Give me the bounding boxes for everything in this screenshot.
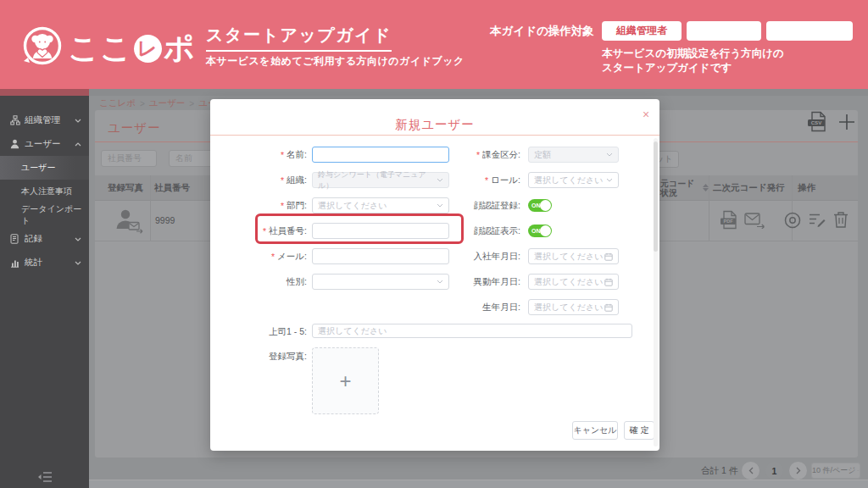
user-avatar-icon <box>114 208 143 234</box>
face-register-toggle[interactable]: ON <box>528 199 552 212</box>
modal-title: 新規ユーザー <box>210 117 659 133</box>
transfer-date-label: 異動年月日: <box>424 274 520 290</box>
toggle-knob <box>540 200 551 211</box>
photo-upload-box[interactable]: + <box>312 347 379 414</box>
annotation-highlight-box <box>255 214 464 244</box>
sidebar-subitem-data-import[interactable]: データインポート <box>0 203 89 227</box>
breadcrumb-item[interactable]: ここレポ <box>99 97 136 109</box>
chevron-down-icon <box>75 119 81 123</box>
send-mail-icon[interactable] <box>744 213 765 229</box>
birth-date-picker[interactable]: 選択してください <box>528 299 619 315</box>
audience-badge-org-admin: 組織管理者 <box>602 21 682 41</box>
csv-export-icon[interactable]: CSV <box>806 111 829 132</box>
face-register-label: 顔認証登録: <box>424 197 520 214</box>
cell-employee-no: 9999 <box>155 215 175 225</box>
confirm-button[interactable]: 確 定 <box>624 421 654 440</box>
page-size-select[interactable]: 10 件/ページ <box>811 463 860 479</box>
footer-bar <box>89 480 868 488</box>
sidebar-collapse-icon[interactable] <box>37 471 53 486</box>
name-label: *名前: <box>210 147 307 163</box>
calendar-icon <box>604 303 613 312</box>
guide-description-line2: スタートアップガイドです <box>602 61 732 75</box>
billing-label: *課金区分: <box>424 147 520 163</box>
chevron-down-icon <box>75 261 81 265</box>
pagination-next-button[interactable] <box>789 462 807 480</box>
email-label: *メール: <box>210 248 307 264</box>
close-icon[interactable]: × <box>643 108 649 121</box>
guide-description-line1: 本サービスの初期設定を行う方向けの <box>602 47 784 61</box>
bar-chart-icon <box>10 258 19 268</box>
gender-label: 性別: <box>210 274 307 290</box>
calendar-icon <box>604 278 613 286</box>
chevron-up-icon <box>75 142 81 147</box>
sort-caret-icon[interactable] <box>703 184 709 191</box>
calendar-icon <box>604 252 613 261</box>
guide-banner: ここレポ スタートアップガイド 本サービスを始めてご利用する方向けのガイドブック… <box>0 0 868 89</box>
transfer-date-picker[interactable]: 選択してください <box>528 274 619 290</box>
sidebar-subitem-user-active[interactable]: ユーザー <box>0 156 89 180</box>
logo-part1: ここ <box>68 28 132 69</box>
sidebar-item-user[interactable]: ユーザー <box>0 132 89 156</box>
birth-date-label: 生年月日: <box>424 299 520 315</box>
audience-badge-2 <box>687 21 761 41</box>
page-title: ユーザー <box>108 120 161 136</box>
app-header-brand-strip <box>0 89 89 96</box>
sidebar: 組織管理 ユーザー ユーザー 本人注意事項 データインポート 記録 <box>0 96 89 488</box>
modal-scrollbar-thumb[interactable] <box>654 141 658 252</box>
app-header-strip <box>89 89 868 96</box>
cancel-button[interactable]: キャンセル <box>572 421 618 440</box>
photo-label: 登録写真: <box>210 348 307 364</box>
role-label: *ロール: <box>424 172 520 188</box>
screen: ここレポ スタートアップガイド 本サービスを始めてご利用する方向けのガイドブック… <box>0 0 868 488</box>
sidebar-item-statistics[interactable]: 統計 <box>0 251 89 274</box>
hire-date-picker[interactable]: 選択してください <box>528 248 619 264</box>
add-user-icon[interactable] <box>838 114 855 130</box>
audience-label: 本ガイドの操作対象 <box>490 24 594 39</box>
pdf-download-icon[interactable]: PDF <box>719 210 739 230</box>
pagination-current-page[interactable]: 1 <box>765 462 783 480</box>
billing-select: 定額 <box>528 147 619 163</box>
boss-label: 上司1 - 5: <box>210 324 307 340</box>
sidebar-item-org-management[interactable]: 組織管理 <box>0 108 89 132</box>
column-header-actions: 操作 <box>798 175 815 201</box>
org-label: *組織: <box>210 172 307 188</box>
delete-icon[interactable] <box>833 211 849 228</box>
column-header-employee-no: 社員番号 <box>154 175 190 201</box>
view-icon[interactable] <box>783 211 802 230</box>
face-display-toggle[interactable]: ON <box>528 225 552 237</box>
document-icon <box>10 234 19 244</box>
guide-title: スタートアップガイド <box>206 24 392 52</box>
logo-accent-disc: レ <box>134 35 162 63</box>
edit-icon[interactable] <box>809 213 826 227</box>
column-header-qr-status: 元コード 状況 <box>660 179 694 197</box>
pagination-prev-button[interactable] <box>742 462 760 480</box>
chevron-down-icon <box>75 237 81 241</box>
sidebar-subitem-personal-notes[interactable]: 本人注意事項 <box>0 180 89 203</box>
breadcrumb-item[interactable]: ユーザー <box>149 97 186 109</box>
kokorepo-mascot-logo-icon <box>21 24 64 68</box>
org-icon <box>10 115 20 125</box>
logo-part2: ポ <box>164 28 196 69</box>
audience-badge-3 <box>766 21 853 41</box>
dept-label: *部門: <box>210 197 307 214</box>
svg-text:CSV: CSV <box>811 119 823 125</box>
pagination-total: 合計 1 件 <box>701 465 737 477</box>
column-header-qr-issue: 二次元コード発行 <box>713 175 785 201</box>
boss-select[interactable]: 選択してください <box>312 324 632 338</box>
role-select[interactable]: 選択してください <box>528 172 619 188</box>
toggle-knob <box>540 225 551 236</box>
search-employee-no-input[interactable]: 社員番号 <box>101 150 157 167</box>
hire-date-label: 入社年月日: <box>424 248 520 264</box>
column-header-photo: 登録写真 <box>108 175 143 201</box>
app-logo-text: ここレポ <box>68 28 196 69</box>
guide-subtitle: 本サービスを始めてご利用する方向けのガイドブック <box>206 54 465 69</box>
user-icon <box>10 139 19 149</box>
new-user-modal: 新規ユーザー × *名前: *課金区分: 定額 *組織: 鈴与シンワート（電子マ… <box>210 99 659 451</box>
upload-plus-icon: + <box>339 369 351 393</box>
sidebar-item-records[interactable]: 記録 <box>0 227 89 251</box>
svg-text:PDF: PDF <box>723 219 733 224</box>
